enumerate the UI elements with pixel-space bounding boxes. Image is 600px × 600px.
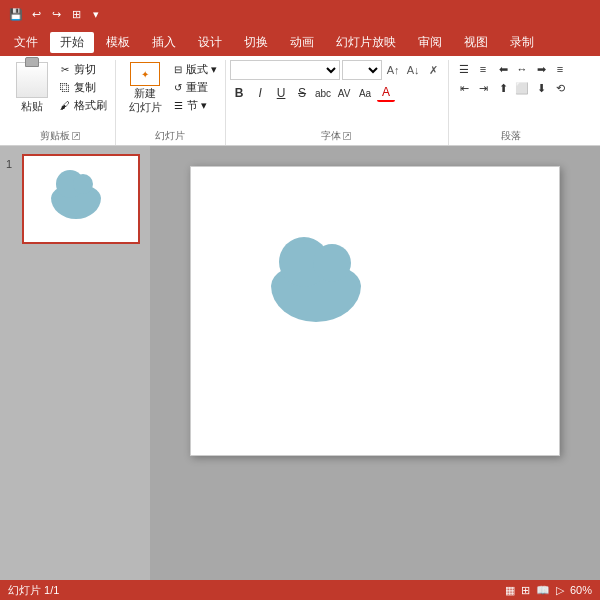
- undo-icon[interactable]: ↩: [28, 6, 44, 22]
- copy-label: 复制: [74, 80, 96, 95]
- layout-label: 版式 ▾: [186, 62, 217, 77]
- text-direction-button[interactable]: ⟲: [551, 79, 569, 97]
- reset-button[interactable]: ↺ 重置: [172, 78, 219, 96]
- underline-button[interactable]: U: [272, 84, 290, 102]
- clipboard-expand-icon[interactable]: ↗: [72, 132, 80, 140]
- workspace: 1: [0, 146, 600, 580]
- menu-bar: 文件 开始 模板 插入 设计 切换 动画 幻灯片放映 审阅 视图 录制: [0, 28, 600, 56]
- align-left-button[interactable]: ⬅: [494, 60, 512, 78]
- slide-thumb-1[interactable]: [22, 154, 140, 244]
- new-slide-button[interactable]: 新建幻灯片: [120, 60, 170, 116]
- copy-button[interactable]: ⿻ 复制: [56, 78, 109, 96]
- view-browse-button[interactable]: ⊞: [521, 584, 530, 597]
- new-slide-icon: [130, 62, 160, 86]
- format-brush-button[interactable]: 🖌 格式刷: [56, 96, 109, 114]
- menu-view[interactable]: 视图: [454, 32, 498, 53]
- menu-review[interactable]: 审阅: [408, 32, 452, 53]
- title-bar-icons: 💾 ↩ ↪ ⊞ ▾: [8, 6, 104, 22]
- cut-icon: ✂: [58, 62, 72, 76]
- align-row2: ⬆ ⬜ ⬇ ⟲: [494, 79, 569, 97]
- layout-icon: ⊟: [174, 64, 182, 75]
- font-row2: B I U S abc AV Aa A: [230, 84, 395, 102]
- decrease-indent-button[interactable]: ⇤: [455, 79, 473, 97]
- bullet-list-button[interactable]: ☰: [455, 60, 473, 78]
- font-size-select[interactable]: [342, 60, 382, 80]
- slide-content: 新建幻灯片 ⊟ 版式 ▾ ↺ 重置 ☰ 节 ▾: [120, 60, 219, 127]
- align-right-button[interactable]: ➡: [532, 60, 550, 78]
- font-group-label: 字体 ↗: [230, 127, 442, 145]
- font-content: A↑ A↓ ✗ B I U S abc AV Aa A: [230, 60, 442, 127]
- status-bar: 幻灯片 1/1 ▦ ⊞ 📖 ▷ 60%: [0, 580, 600, 600]
- menu-slideshow[interactable]: 幻灯片放映: [326, 32, 406, 53]
- para-content: ☰ ≡ ⇤ ⇥ ⬅ ↔ ➡ ≡: [453, 60, 569, 127]
- view-read-button[interactable]: 📖: [536, 584, 550, 597]
- char-spacing-button[interactable]: AV: [335, 84, 353, 102]
- ribbon-group-font: A↑ A↓ ✗ B I U S abc AV Aa A 字体 ↗: [226, 60, 449, 145]
- decrease-font-button[interactable]: A↓: [404, 61, 422, 79]
- list-section: ☰ ≡ ⇤ ⇥: [455, 60, 492, 97]
- clipboard-group-label: 剪贴板 ↗: [10, 127, 109, 145]
- menu-file[interactable]: 文件: [4, 32, 48, 53]
- strikethrough-button[interactable]: S: [293, 84, 311, 102]
- view-present-button[interactable]: ▷: [556, 584, 564, 597]
- align-row1: ⬅ ↔ ➡ ≡: [494, 60, 569, 78]
- section-button[interactable]: ☰ 节 ▾: [172, 96, 219, 114]
- align-middle-button[interactable]: ⬜: [513, 79, 531, 97]
- menu-animation[interactable]: 动画: [280, 32, 324, 53]
- format-brush-label: 格式刷: [74, 98, 107, 113]
- increase-indent-button[interactable]: ⇥: [474, 79, 492, 97]
- shadow-button[interactable]: abc: [314, 84, 332, 102]
- main-editing-area[interactable]: [150, 146, 600, 580]
- clipboard-content: 粘贴 ✂ 剪切 ⿻ 复制 🖌 格式刷: [10, 60, 109, 127]
- copy-icon: ⿻: [58, 80, 72, 94]
- paste-label: 粘贴: [21, 99, 43, 114]
- save-icon[interactable]: 💾: [8, 6, 24, 22]
- font-color-button[interactable]: A: [377, 84, 395, 102]
- clear-format-button[interactable]: ✗: [424, 61, 442, 79]
- slide-count-info: 幻灯片 1/1: [8, 583, 59, 598]
- align-section: ⬅ ↔ ➡ ≡ ⬆ ⬜ ⬇ ⟲: [494, 60, 569, 97]
- slide-panel: 1: [0, 146, 150, 580]
- font-row1: A↑ A↓ ✗: [230, 60, 442, 80]
- view-normal-button[interactable]: ▦: [505, 584, 515, 597]
- font-family-select[interactable]: [230, 60, 340, 80]
- reset-icon: ↺: [174, 82, 182, 93]
- para-row1: ☰ ≡ ⇤ ⇥ ⬅ ↔ ➡ ≡: [453, 60, 569, 97]
- new-slide-area: 新建幻灯片: [120, 60, 170, 116]
- reset-label: 重置: [186, 80, 208, 95]
- list-row1: ☰ ≡: [455, 60, 492, 78]
- section-label: 节 ▾: [187, 98, 207, 113]
- cut-button[interactable]: ✂ 剪切: [56, 60, 109, 78]
- bold-button[interactable]: B: [230, 84, 248, 102]
- paste-button[interactable]: 粘贴: [10, 60, 54, 116]
- cloud-shape-main[interactable]: [271, 262, 361, 322]
- increase-font-button[interactable]: A↑: [384, 61, 402, 79]
- align-bottom-button[interactable]: ⬇: [532, 79, 550, 97]
- menu-design[interactable]: 设计: [188, 32, 232, 53]
- italic-button[interactable]: I: [251, 84, 269, 102]
- numbered-list-button[interactable]: ≡: [474, 60, 492, 78]
- change-case-button[interactable]: Aa: [356, 84, 374, 102]
- status-right: ▦ ⊞ 📖 ▷ 60%: [505, 584, 592, 597]
- redo-icon[interactable]: ↪: [48, 6, 64, 22]
- font-expand-icon[interactable]: ↗: [343, 132, 351, 140]
- menu-transition[interactable]: 切换: [234, 32, 278, 53]
- menu-insert[interactable]: 插入: [142, 32, 186, 53]
- ribbon-group-clipboard: 粘贴 ✂ 剪切 ⿻ 复制 🖌 格式刷 剪贴板 ↗: [6, 60, 116, 145]
- paste-icon: [16, 62, 48, 98]
- format-icon[interactable]: ⊞: [68, 6, 84, 22]
- customize-icon[interactable]: ▾: [88, 6, 104, 22]
- title-bar: 💾 ↩ ↪ ⊞ ▾: [0, 0, 600, 28]
- align-top-button[interactable]: ⬆: [494, 79, 512, 97]
- section-icon: ☰: [174, 100, 183, 111]
- cloud-thumbnail: [51, 184, 101, 219]
- menu-home[interactable]: 开始: [50, 32, 94, 53]
- slide-canvas[interactable]: [190, 166, 560, 456]
- justify-button[interactable]: ≡: [551, 60, 569, 78]
- para-group-label: 段落: [453, 127, 569, 145]
- layout-button[interactable]: ⊟ 版式 ▾: [172, 60, 219, 78]
- menu-template[interactable]: 模板: [96, 32, 140, 53]
- menu-record[interactable]: 录制: [500, 32, 544, 53]
- align-center-button[interactable]: ↔: [513, 60, 531, 78]
- list-row2: ⇤ ⇥: [455, 79, 492, 97]
